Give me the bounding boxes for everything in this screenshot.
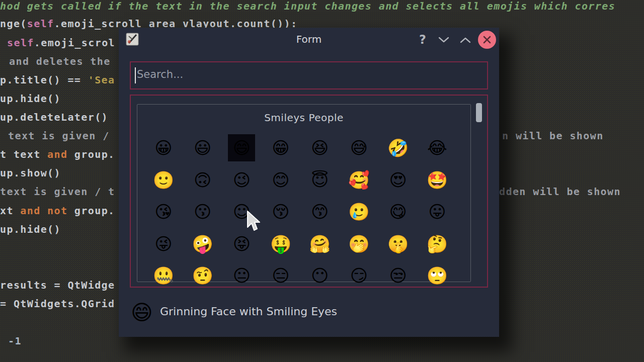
emoji-cell[interactable]: 🤑 (267, 230, 294, 257)
emoji-cell[interactable]: 😂 (424, 134, 451, 161)
code-line: text is given / t (0, 185, 115, 198)
code-line: up.hide() (0, 223, 61, 236)
emoji-cell[interactable]: 😅 (346, 134, 373, 161)
scrollbar-thumb[interactable] (476, 103, 482, 122)
preview-emoji: 😄 (129, 298, 155, 326)
emoji-cell[interactable]: 🤪 (189, 230, 216, 257)
emoji-cell[interactable]: 🤔 (424, 230, 451, 257)
code-line: self.emoji_scrol (7, 36, 115, 49)
emoji-cell[interactable]: 🥲 (346, 198, 373, 225)
emoji-cell[interactable]: 😝 (228, 230, 255, 257)
emoji-cell[interactable]: 😀 (150, 134, 177, 161)
code-line: text is given / (8, 129, 116, 142)
code-line: xt and not group. (0, 204, 115, 217)
emoji-cell[interactable]: 😐 (228, 262, 255, 289)
emoji-picker-dialog: Form ? Search... Smileys People � (119, 28, 499, 337)
emoji-cell[interactable]: 🙄 (424, 262, 451, 289)
emoji-cell[interactable]: 🤐 (150, 262, 177, 289)
code-line: n will be shown (502, 129, 604, 142)
dialog-titlebar[interactable]: Form ? (119, 28, 499, 51)
emoji-cell[interactable]: 😊 (267, 166, 294, 194)
emoji-cell[interactable]: 🤗 (306, 230, 334, 257)
code-line: results = QtWidge (0, 279, 115, 292)
shade-button[interactable] (436, 32, 452, 48)
emoji-cell[interactable]: 🤫 (384, 230, 412, 257)
code-line: up.show() (0, 166, 61, 179)
emoji-cell[interactable]: 😆 (306, 134, 334, 161)
search-input[interactable]: Search... (130, 61, 488, 89)
emoji-scroll-area[interactable]: Smileys People 😀😃😄😁😆😅🤣😂🙂🙃😉😊😇🥰😍🤩😘😗☺😚😙🥲😋😛😜… (130, 95, 488, 288)
code-line: = QtWidgets.QGrid (0, 297, 115, 310)
emoji-cell[interactable]: 🤩 (424, 166, 451, 194)
emoji-cell[interactable]: 🤣 (384, 134, 412, 161)
code-line: up.hide() (0, 92, 61, 105)
code-line: -1 (8, 334, 22, 347)
emoji-cell[interactable]: 😚 (267, 198, 294, 225)
emoji-cell[interactable]: 😶 (306, 262, 334, 289)
search-placeholder: Search... (137, 68, 183, 80)
preview-label: Grinning Face with Smiling Eyes (160, 305, 337, 318)
emoji-cell[interactable]: 😘 (150, 198, 177, 225)
emoji-cell[interactable]: 🙂 (150, 166, 177, 194)
emoji-cell[interactable]: 😛 (424, 198, 451, 225)
emoji-cell[interactable]: 😄 (228, 134, 255, 161)
emoji-cell[interactable]: 😍 (384, 166, 412, 194)
emoji-cell[interactable]: 😇 (306, 166, 334, 194)
mouse-cursor-icon (245, 210, 262, 232)
chevron-up-icon (460, 37, 471, 43)
code-line: up.deleteLater() (0, 111, 108, 124)
emoji-cell[interactable]: 😋 (384, 198, 412, 225)
emoji-cell[interactable]: 🤨 (189, 262, 216, 289)
emoji-cell[interactable]: 😏 (346, 262, 373, 289)
emoji-cell[interactable]: 🙃 (189, 166, 216, 194)
emoji-cell[interactable]: 🥰 (346, 166, 373, 194)
help-button[interactable]: ? (415, 32, 431, 48)
emoji-cell[interactable]: 😉 (228, 166, 255, 194)
text-caret (135, 67, 136, 83)
emoji-cell[interactable]: 😃 (189, 134, 216, 161)
emoji-cell[interactable]: 😙 (306, 198, 334, 225)
code-line: p.title() == 'Sea (0, 73, 115, 86)
code-line: and deletes the (9, 55, 111, 68)
chevron-down-icon (438, 37, 449, 43)
unshade-button[interactable] (457, 32, 473, 48)
close-icon (483, 36, 491, 44)
code-line: dden will be shown (499, 185, 621, 198)
emoji-cell[interactable]: 😜 (150, 230, 177, 257)
emoji-grid: 😀😃😄😁😆😅🤣😂🙂🙃😉😊😇🥰😍🤩😘😗☺😚😙🥲😋😛😜🤪😝🤑🤗🤭🤫🤔🤐🤨😐😑😶😏😒🙄 (131, 96, 487, 287)
emoji-cell[interactable]: 🤭 (346, 230, 373, 257)
code-line: hod gets called if the text in the searc… (0, 0, 615, 13)
emoji-cell[interactable]: 😒 (384, 262, 412, 289)
close-button[interactable] (478, 31, 496, 49)
question-mark-icon: ? (419, 33, 426, 47)
emoji-cell[interactable]: 😑 (267, 262, 294, 289)
emoji-cell[interactable]: 😁 (267, 134, 294, 161)
emoji-cell[interactable]: 😗 (189, 198, 216, 225)
code-line: t text and group. (0, 148, 115, 161)
